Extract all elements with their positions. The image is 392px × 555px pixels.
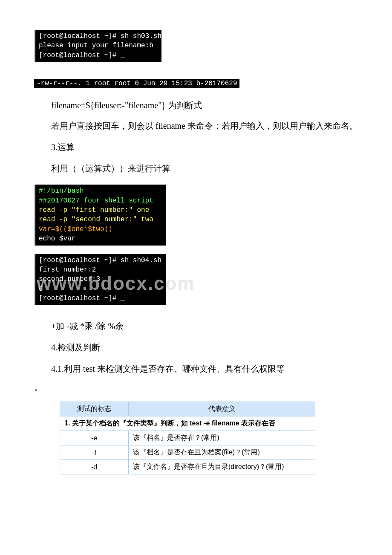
table-section-row: 1. 关于某个档名的『文件类型』判断，如 test -e filename 表示… — [60, 416, 315, 431]
table-row: -f 该『档名』是否存在且为档案(file)？(常用) — [60, 445, 315, 460]
terminal-output-sh03: [root@localhost ~]# sh sh03.sh please in… — [34, 30, 161, 62]
table-header-row: 测试的标志 代表意义 — [60, 402, 315, 416]
document-page: [root@localhost ~]# sh sh03.sh please in… — [0, 0, 392, 496]
meaning-cell: 该『档名』是否存在且为档案(file)？(常用) — [129, 445, 315, 460]
paragraph-operators: +加 -减 *乘 /除 %余 — [34, 318, 358, 334]
flag-cell: -e — [60, 431, 129, 445]
terminal-run-sh04: [root@localhost ~]# sh sh04.sh first num… — [34, 254, 166, 305]
table-row: -e 该『档名』是否存在？(常用) — [60, 431, 315, 445]
heading-section-4: 4.检测及判断 — [34, 340, 358, 355]
paragraph-explain: 若用户直接按回车，则会以 filename 来命令；若用户输入，则以用户输入来命… — [34, 118, 358, 133]
meaning-cell: 该『文件名』是否存在且为目录(directory)？(常用) — [129, 460, 315, 474]
terminal-run-wrap: [root@localhost ~]# sh sh04.sh first num… — [34, 254, 166, 314]
flag-cell: -d — [60, 460, 129, 474]
paragraph-calc: 利用（（运算式））来进行计算 — [34, 161, 358, 176]
table-header-meaning: 代表意义 — [129, 402, 315, 416]
flag-cell: -f — [60, 445, 129, 460]
heading-section-3: 3.运算 — [34, 139, 358, 155]
meaning-cell: 该『档名』是否存在？(常用) — [129, 431, 315, 445]
table-section-text: 1. 关于某个档名的『文件类型』判断，如 test -e filename 表示… — [60, 416, 315, 431]
table-header-flag: 测试的标志 — [60, 402, 129, 416]
heading-section-4-1: 4.1.利用 test 来检测文件是否存在、哪种文件、具有什么权限等 — [34, 361, 358, 376]
ls-output-line: -rw-r--r--. 1 root root 0 Jun 29 15:23 b… — [34, 79, 239, 88]
trailing-period: 。 — [34, 382, 358, 393]
test-flags-table: 测试的标志 代表意义 1. 关于某个档名的『文件类型』判断，如 test -e … — [60, 402, 315, 474]
paragraph-filename-expr: filename=${fileuser:-"filename"} 为判断式 — [34, 98, 358, 113]
table-row: -d 该『文件名』是否存在且为目录(directory)？(常用) — [60, 460, 315, 474]
script-sh04-source: #!/bin/bash ##20170627 four shell script… — [34, 185, 166, 245]
